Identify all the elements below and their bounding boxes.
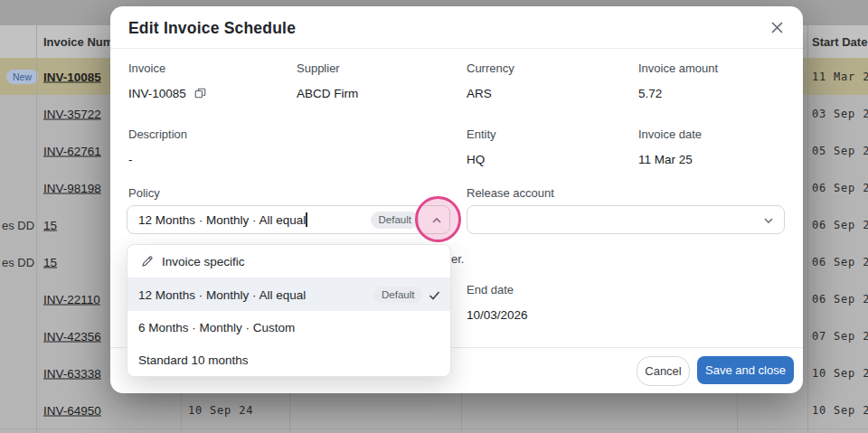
release-account-label: Release account	[467, 186, 554, 200]
invoice-label: Invoice	[128, 61, 165, 75]
invoice-link[interactable]: 15	[43, 218, 57, 231]
invoice-date-label: Invoice date	[638, 127, 702, 141]
column-divider	[807, 25, 808, 433]
invoice-date-value: 11 Mar 25	[638, 153, 693, 166]
release-account-select[interactable]	[467, 205, 785, 234]
invoice-link[interactable]: INV-62761	[43, 144, 101, 157]
invoice-amount-value: 5.72	[638, 87, 662, 100]
check-icon	[428, 288, 441, 305]
modal-title: Edit Invoice Schedule	[128, 19, 296, 38]
supplier-label: Supplier	[297, 61, 340, 75]
dropdown-item-label: Standard 10 months	[138, 353, 249, 367]
clipped-help-text: er.	[451, 252, 464, 266]
cancel-button[interactable]: Cancel	[637, 356, 690, 386]
modal-header-divider	[110, 48, 803, 49]
dropdown-item-label: 12 Months · Monthly · All equal	[138, 288, 306, 302]
end-date-label: End date	[467, 283, 514, 297]
row-prefix: es DD	[2, 255, 34, 268]
policy-input-text: 12 Months · Monthly · All equal	[138, 213, 306, 227]
row-start-date: 06 Sep 24	[812, 219, 868, 231]
policy-label: Policy	[128, 186, 160, 200]
row-start-date: 06 Sep 24	[812, 182, 868, 194]
column-header-start-date: Start Date	[812, 35, 867, 49]
close-icon	[770, 21, 784, 34]
text-caret	[306, 212, 307, 227]
invoice-value: INV-10085	[128, 87, 206, 102]
policy-input[interactable]: 12 Months · Monthly · All equal Default	[127, 205, 450, 234]
dropdown-item-12-months[interactable]: 12 Months · Monthly · All equal Default	[127, 278, 450, 311]
invoice-number-text: INV-10085	[128, 87, 186, 100]
table-row[interactable]: INV-64950 10 Sep 24 10 Sep 24	[0, 391, 868, 429]
invoice-link[interactable]: INV-22110	[43, 292, 100, 306]
row-start-date: 07 Sep 24	[812, 330, 868, 343]
dropdown-item-label: 6 Months · Monthly · Custom	[138, 321, 295, 334]
new-badge: New	[6, 70, 38, 84]
invoice-link[interactable]: INV-42356	[43, 329, 101, 343]
dropdown-item-invoice-specific[interactable]: Invoice specific	[127, 245, 450, 278]
row-prefix: es DD	[2, 218, 34, 231]
invoice-link[interactable]: INV-10085	[43, 70, 101, 83]
pencil-icon	[141, 255, 154, 268]
close-button[interactable]	[765, 15, 788, 39]
screen: Invoice Number Start Date New INV-10085 …	[0, 0, 868, 433]
invoice-link[interactable]: INV-98198	[43, 181, 101, 194]
row-start-date: 10 Sep 24	[812, 404, 868, 417]
description-label: Description	[128, 127, 187, 141]
row-start-date: 11 Mar 25	[812, 71, 868, 83]
save-and-close-button[interactable]: Save and close	[697, 356, 794, 384]
entity-label: Entity	[467, 127, 496, 141]
default-badge: Default	[371, 212, 420, 229]
entity-value: HQ	[467, 153, 485, 166]
chevron-down-icon	[762, 214, 775, 227]
row-start-date: 05 Sep 24	[812, 145, 868, 157]
invoice-link[interactable]: INV-64950	[43, 403, 101, 417]
row-start-date: 10 Sep 24	[812, 367, 868, 380]
row-date: 10 Sep 24	[188, 404, 253, 417]
column-divider	[36, 25, 37, 433]
row-start-date: 06 Sep 24	[812, 293, 868, 306]
row-start-date: 03 Sep 24	[812, 108, 868, 120]
currency-label: Currency	[467, 61, 514, 75]
default-badge: Default	[373, 287, 422, 303]
policy-dropdown-menu: Invoice specific 12 Months · Monthly · A…	[127, 244, 451, 377]
copy-icon[interactable]	[194, 88, 206, 102]
row-start-date: 06 Sep 24	[812, 256, 868, 268]
dropdown-item-6-months[interactable]: 6 Months · Monthly · Custom	[127, 311, 450, 344]
click-highlight-annotation	[415, 196, 461, 242]
supplier-value: ABCD Firm	[297, 87, 358, 100]
invoice-link[interactable]: INV-35722	[43, 107, 101, 120]
invoice-link[interactable]: 15	[43, 255, 57, 268]
currency-value: ARS	[467, 87, 492, 100]
invoice-link[interactable]: INV-63338	[43, 366, 101, 380]
invoice-amount-label: Invoice amount	[638, 61, 718, 75]
end-date-value: 10/03/2026	[467, 308, 528, 322]
description-value: -	[128, 153, 133, 166]
dropdown-item-label: Invoice specific	[162, 255, 245, 268]
dropdown-item-standard-10-months[interactable]: Standard 10 months	[127, 344, 450, 376]
